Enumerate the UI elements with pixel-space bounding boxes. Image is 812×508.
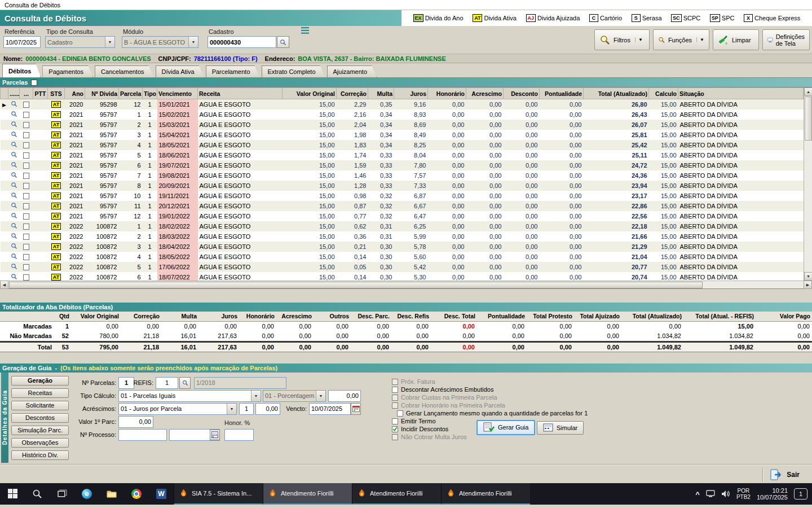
column-header[interactable]: Vencimento xyxy=(157,88,198,99)
table-row[interactable]: AT2021957975118/06/2021AGUA E ESGOTO15,0… xyxy=(1,150,804,160)
acrescimos-qtd-input[interactable] xyxy=(239,403,254,415)
notification-icon[interactable]: 1 xyxy=(794,488,807,500)
table-row[interactable]: AT20221008721118/02/2022AGUA E ESGOTO15,… xyxy=(1,221,804,231)
tipo-calculo-select[interactable]: 01 - Parcelas Iguais▼ xyxy=(118,390,261,402)
display-icon[interactable] xyxy=(706,490,715,497)
row-checkbox[interactable] xyxy=(20,130,33,140)
chevron-down-icon[interactable]: ▼ xyxy=(635,37,643,42)
row-zoom-icon[interactable] xyxy=(8,191,20,201)
modulo-select[interactable]: B - ÁGUA E ESGOTO▼ xyxy=(122,36,198,48)
row-zoom-icon[interactable] xyxy=(8,130,20,140)
scroll-down-icon[interactable]: ▼ xyxy=(804,272,812,281)
column-header[interactable]: Correção xyxy=(337,88,368,99)
table-row[interactable]: AT20219579710119/11/2021AGUA E ESGOTO15,… xyxy=(1,191,804,201)
row-zoom-icon[interactable] xyxy=(8,242,20,252)
column-header[interactable]: Situação xyxy=(678,88,804,99)
column-header[interactable]: Total (Atualizado) xyxy=(584,88,649,99)
row-checkbox[interactable] xyxy=(20,99,33,110)
refis-search-button[interactable] xyxy=(179,377,191,389)
column-header[interactable]: Acrescimo xyxy=(466,88,504,99)
vertical-scrollbar[interactable]: ▲ ▼ xyxy=(804,87,812,281)
checkbox-box[interactable] xyxy=(392,387,398,393)
column-header[interactable]: Juros xyxy=(394,88,428,99)
table-row[interactable]: AT2021957977119/08/2021AGUA E ESGOTO15,0… xyxy=(1,170,804,181)
row-checkbox[interactable] xyxy=(20,201,33,211)
table-row[interactable]: AT2021957972115/03/2021AGUA E ESGOTO15,0… xyxy=(1,120,804,130)
calendar-icon[interactable] xyxy=(351,403,361,415)
checkbox-box[interactable] xyxy=(392,402,398,409)
cadastro-input[interactable] xyxy=(208,36,276,48)
tab-ajuizamento[interactable]: Ajuizamento xyxy=(327,65,377,77)
column-header[interactable]: Receita xyxy=(198,88,283,99)
table-row[interactable]: ▶AT20209529812115/01/2021AGUA E ESGOTO15… xyxy=(1,99,804,110)
language-indicator[interactable]: POR PTB2 xyxy=(736,488,751,500)
checkbox-gerar-lan-amento-mesmo-quando-a-quantidade-de-parcelas-for-1[interactable]: Gerar Lançamento mesmo quando a quantida… xyxy=(397,410,588,417)
tab-cancelamentos[interactable]: Cancelamentos xyxy=(95,65,153,77)
cadastro-search-button[interactable] xyxy=(277,36,289,48)
table-row[interactable]: AT20219579712119/01/2022AGUA E ESGOTO15,… xyxy=(1,211,804,221)
row-zoom-icon[interactable] xyxy=(8,211,20,221)
row-checkbox[interactable] xyxy=(20,262,33,272)
table-row[interactable]: AT20221008722118/03/2022AGUA E ESGOTO15,… xyxy=(1,231,804,242)
funcoes-button[interactable]: Funções ▼ xyxy=(653,29,709,50)
row-zoom-icon[interactable] xyxy=(8,231,20,242)
definicoes-tela-button[interactable]: Definições de Tela xyxy=(762,29,810,50)
table-row[interactable]: AT2021957976119/07/2021AGUA E ESGOTO15,0… xyxy=(1,160,804,170)
tab-parcelamento[interactable]: Parcelamento xyxy=(206,65,260,77)
acrescimos-select[interactable]: 01 - Juros por Parcela▼ xyxy=(118,403,237,415)
row-zoom-icon[interactable] xyxy=(8,160,20,170)
table-row[interactable]: AT20221008723118/04/2022AGUA E ESGOTO15,… xyxy=(1,242,804,252)
column-header[interactable]: STS xyxy=(48,88,65,99)
detalhes-da-guia-tab[interactable]: Detalhes da Guia xyxy=(1,373,8,463)
table-row[interactable]: AT20221008724118/05/2022AGUA E ESGOTO15,… xyxy=(1,252,804,262)
row-checkbox[interactable] xyxy=(20,211,33,221)
row-checkbox[interactable] xyxy=(20,170,33,181)
nav-button-solicitante[interactable]: Solicitante xyxy=(11,401,69,410)
column-header[interactable]: Multa xyxy=(368,88,394,99)
table-row[interactable]: AT20219579711120/12/2021AGUA E ESGOTO15,… xyxy=(1,201,804,211)
taskbar-app-atendimento-fiorilli[interactable]: Atendimento Fiorilli xyxy=(352,483,441,505)
chrome-button[interactable] xyxy=(124,483,149,505)
row-checkbox[interactable] xyxy=(20,160,33,170)
checkbox-box[interactable] xyxy=(392,379,398,385)
tipo-consulta-select[interactable]: Cadastro▼ xyxy=(45,36,115,48)
row-checkbox[interactable] xyxy=(20,191,33,201)
table-row[interactable]: AT2021957971115/02/2021AGUA E ESGOTO15,0… xyxy=(1,110,804,120)
tab-d-bitos[interactable]: Débitos xyxy=(2,64,41,77)
checkbox-descontar-acr-scimos-embutidos[interactable]: Descontar Acréscimos Embutidos xyxy=(392,386,588,393)
word-button[interactable]: W xyxy=(149,483,174,505)
scroll-up-icon[interactable]: ▲ xyxy=(804,87,812,96)
row-checkbox[interactable] xyxy=(20,140,33,150)
column-header[interactable]: Valor Original xyxy=(283,88,337,99)
column-header[interactable]: PTT xyxy=(33,88,48,99)
row-zoom-icon[interactable] xyxy=(8,221,20,231)
row-zoom-icon[interactable] xyxy=(8,150,20,160)
taskbar-search-button[interactable] xyxy=(25,483,50,505)
honor-pct-input[interactable] xyxy=(224,429,254,441)
row-checkbox[interactable] xyxy=(20,252,33,262)
acrescimos-pct-input[interactable] xyxy=(255,403,280,415)
nav-button-hist-rico-div[interactable]: Histórico Div. xyxy=(11,450,69,460)
row-zoom-icon[interactable] xyxy=(8,120,20,130)
sair-button[interactable]: Sair xyxy=(762,467,806,482)
column-header[interactable]: Tipo xyxy=(143,88,157,99)
column-header[interactable]: Nº Divida xyxy=(85,88,119,99)
nav-button-descontos[interactable]: Descontos xyxy=(11,413,69,423)
tab-d-vida-ativa[interactable]: Dívida Ativa xyxy=(156,65,204,77)
filtros-button[interactable]: Filtros ▼ xyxy=(594,29,650,50)
tab-pagamentos[interactable]: Pagamentos xyxy=(42,65,93,77)
table-row[interactable]: AT2021957973115/04/2021AGUA E ESGOTO15,0… xyxy=(1,130,804,140)
checkbox-pr-x-fatura[interactable]: Próx. Fatura xyxy=(392,378,588,386)
row-checkbox[interactable] xyxy=(20,242,33,252)
row-zoom-icon[interactable] xyxy=(8,252,20,262)
nav-button-observa-es[interactable]: Observações xyxy=(11,438,69,448)
row-checkbox[interactable] xyxy=(20,272,33,281)
checkbox-cobrar-honor-rio-na-primeira-parcela[interactable]: Cobrar Honorário na Primeira Parcela xyxy=(392,402,588,409)
task-view-button[interactable] xyxy=(50,483,74,505)
file-explorer-button[interactable] xyxy=(99,483,124,505)
n-processo-input[interactable] xyxy=(118,429,167,441)
vencto-input[interactable] xyxy=(309,403,351,415)
row-zoom-icon[interactable] xyxy=(8,181,20,191)
taskbar-app-atendimento-fiorilli[interactable]: Atendimento Fiorilli xyxy=(441,483,530,505)
taskbar-app-sia-7-5-sistema-in[interactable]: SIA 7.5 - Sistema In... xyxy=(174,483,263,505)
